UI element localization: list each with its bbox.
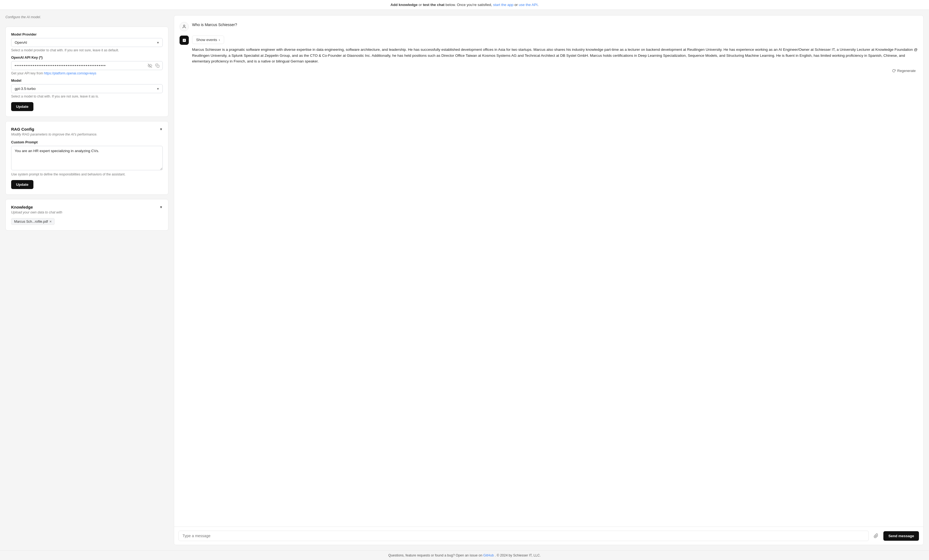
chat-messages: Who is Marcus Schiesser? Show events › [174, 15, 923, 526]
api-key-input[interactable] [11, 61, 163, 70]
show-events-button[interactable]: Show events › [192, 35, 224, 44]
banner-text: Add knowledge or test the chat below. On… [390, 3, 538, 7]
chat-input-area: Send message [174, 526, 923, 545]
rag-config-section: RAG Config ▼ Modify RAG parameters to im… [5, 121, 169, 195]
api-key-input-wrapper [11, 61, 163, 70]
main-layout: Configure the AI model. Model Provider O… [0, 10, 929, 551]
attach-button[interactable] [871, 532, 881, 539]
footer: Questions, feature requests or found a b… [0, 551, 929, 560]
message-input[interactable] [178, 531, 869, 541]
chat-panel: Who is Marcus Schiesser? Show events › [174, 15, 924, 545]
api-key-helper: Get your API key from https://platform.o… [11, 72, 163, 75]
custom-prompt-textarea[interactable]: You are an HR expert specializing in ana… [11, 146, 163, 170]
model-select[interactable]: gpt-3.5-turbo [11, 84, 163, 93]
github-link[interactable]: GitHub [483, 554, 494, 557]
api-key-link[interactable]: https://platform.openai.com/api-keys [44, 72, 97, 75]
ai-response-text: Marcus Schiesser is a pragmatic software… [192, 47, 918, 64]
banner-add-knowledge: Add knowledge [390, 3, 417, 7]
banner-or2: or [515, 3, 519, 7]
user-message-text: Who is Marcus Schiesser? [192, 22, 918, 28]
rag-config-header: RAG Config ▼ [11, 127, 163, 132]
model-provider-section: Model Provider OpenAI ▼ Select a model p… [5, 27, 169, 117]
custom-prompt-label: Custom Prompt [11, 140, 163, 144]
file-tag: Marcus Sch...rofile.pdf × [11, 218, 55, 225]
model-select-wrapper: gpt-3.5-turbo ▼ [11, 84, 163, 93]
svg-point-2 [183, 25, 185, 26]
footer-text: Questions, feature requests or found a b… [388, 554, 483, 557]
banner-or1: or [419, 3, 423, 7]
prompt-helper: Use system prompt to define the responsi… [11, 173, 163, 176]
top-banner: Add knowledge or test the chat below. On… [0, 0, 929, 10]
rag-update-button[interactable]: Update [11, 180, 34, 189]
rag-config-subtitle: Modify RAG parameters to improve the AI'… [11, 133, 163, 136]
ai-message: Show events › Marcus Schiesser is a prag… [179, 35, 918, 74]
user-message: Who is Marcus Schiesser? [179, 22, 918, 31]
knowledge-subtitle: Upload your own data to chat with [11, 211, 163, 214]
regenerate-button[interactable]: Regenerate [890, 67, 918, 74]
api-key-label: OpenAI API Key (*) [11, 55, 163, 60]
use-api-link[interactable]: use the API [519, 3, 538, 7]
ai-avatar [179, 35, 189, 45]
model-provider-select-wrapper: OpenAI ▼ [11, 38, 163, 47]
knowledge-title: Knowledge [11, 205, 33, 210]
configure-label: Configure the AI model. [5, 15, 169, 19]
user-avatar [179, 22, 189, 31]
file-name: Marcus Sch...rofile.pdf [14, 220, 48, 223]
model-helper: Select a model to chat with. If you are … [11, 95, 163, 98]
regenerate-row: Regenerate [192, 67, 918, 74]
model-label: Model [11, 78, 163, 83]
model-update-button[interactable]: Update [11, 102, 34, 111]
user-bubble-wrapper: Who is Marcus Schiesser? [192, 22, 918, 28]
show-events-label: Show events [196, 38, 217, 42]
banner-middle-text: below. Once you're satisfied, [446, 3, 493, 7]
left-panel: Configure the AI model. Model Provider O… [5, 15, 169, 545]
regenerate-label: Regenerate [897, 69, 916, 73]
ai-bubble-wrapper: Show events › Marcus Schiesser is a prag… [192, 35, 918, 74]
rag-collapse-icon[interactable]: ▼ [159, 127, 163, 131]
model-provider-select[interactable]: OpenAI [11, 38, 163, 47]
send-button[interactable]: Send message [883, 531, 919, 541]
toggle-visibility-button[interactable] [147, 63, 153, 69]
copy-button[interactable] [155, 63, 160, 68]
footer-suffix: . © 2024 by Schiesser IT, LLC. [495, 554, 541, 557]
file-remove-button[interactable]: × [49, 219, 52, 223]
model-provider-helper: Select a model provider to chat with. If… [11, 48, 163, 52]
svg-rect-1 [157, 65, 159, 67]
start-app-link[interactable]: start the app [493, 3, 514, 7]
knowledge-section: Knowledge ▼ Upload your own data to chat… [5, 199, 169, 231]
banner-test-chat: test the chat [423, 3, 445, 7]
knowledge-collapse-icon[interactable]: ▼ [159, 205, 163, 209]
api-key-icons [147, 63, 160, 69]
rag-config-title: RAG Config [11, 127, 34, 132]
knowledge-header: Knowledge ▼ [11, 205, 163, 210]
model-provider-label: Model Provider [11, 32, 163, 37]
show-events-chevron-icon: › [219, 38, 220, 42]
